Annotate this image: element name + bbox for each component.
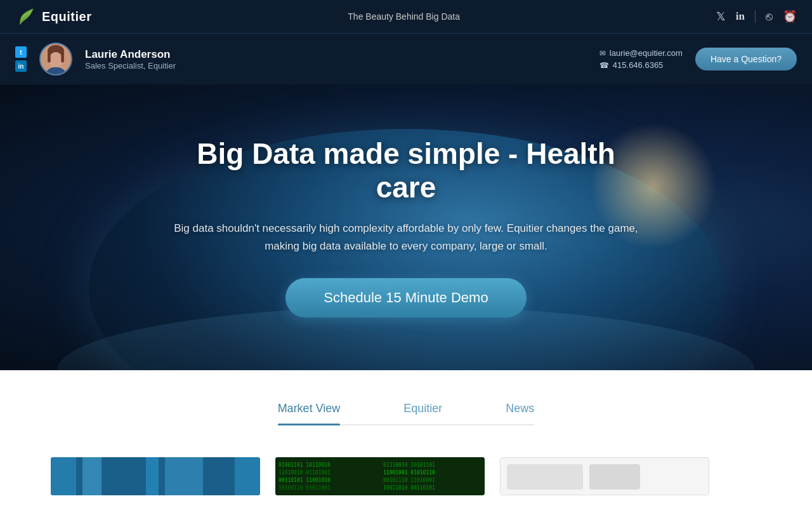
logo-text: Equitier [42,10,91,24]
card-thumb-1[interactable] [51,457,260,495]
contact-info: Laurie Anderson Sales Specialist, Equiti… [85,48,536,70]
contact-title: Sales Specialist, Equitier [85,61,536,70]
phone-icon: ☎ [599,61,609,70]
svg-text:00110101 11001010: 00110101 11001010 [278,478,331,483]
contact-details: ✉ laurie@equitier.com ☎ 415.646.6365 [599,48,683,70]
linkedin-icon[interactable]: in [736,10,745,23]
svg-rect-6 [51,457,76,495]
tagline: The Beauty Behind Big Data [91,11,716,22]
nav-icons: 𝕏 in ⎋ ⏰ [716,10,797,23]
svg-rect-23 [507,464,583,490]
linkedin-social-icon[interactable]: in [15,60,27,72]
svg-text:11001001 01010110: 11001001 01010110 [383,470,435,476]
hero-section: Big Data made simple - Health care Big d… [0,84,812,370]
leaf-icon [15,6,36,27]
demo-button[interactable]: Schedule 15 Minute Demo [285,278,526,318]
tabs-section: Market View Equitier News [0,370,812,438]
phone-text: 415.646.6365 [613,60,664,70]
svg-rect-8 [108,457,140,495]
email-detail: ✉ laurie@equitier.com [599,48,683,58]
share-icon[interactable]: ⎋ [766,10,773,23]
svg-text:01110010 10101101: 01110010 10101101 [383,462,435,468]
svg-rect-10 [165,457,203,495]
social-icons: t in [15,46,27,72]
card-thumb-3[interactable] [500,457,709,495]
svg-rect-9 [146,457,159,495]
svg-rect-3 [48,51,51,62]
svg-rect-11 [209,457,228,495]
clock-icon[interactable]: ⏰ [783,10,797,23]
hero-description: Big data shouldn't necessarily high comp… [171,220,641,255]
logo-area: Equitier [15,6,91,27]
svg-rect-12 [235,457,260,495]
svg-text:00101110 11010001: 00101110 11010001 [383,478,435,483]
phone-detail: ☎ 415.646.6365 [599,60,683,70]
svg-text:01001101 10110010: 01001101 10110010 [278,462,331,468]
svg-rect-7 [82,457,102,495]
svg-rect-24 [589,464,640,490]
svg-text:10011010 00110101: 10011010 00110101 [383,485,435,491]
contact-name: Laurie Anderson [85,48,536,61]
hero-content: Big Data made simple - Health care Big d… [159,137,653,318]
email-text: laurie@equitier.com [610,48,683,58]
tabs-container: Market View Equitier News [278,402,535,425]
email-icon: ✉ [599,49,606,58]
tab-equitier[interactable]: Equitier [403,402,442,424]
nav-divider [755,10,756,23]
question-button[interactable]: Have a Question? [695,48,797,70]
tab-news[interactable]: News [506,402,534,424]
card-thumb-2[interactable]: 01001101 10110010 11010010 01101001 0011… [275,457,485,495]
hero-title: Big Data made simple - Health care [171,137,641,204]
twitter-icon[interactable]: 𝕏 [716,10,726,23]
top-navigation: Equitier The Beauty Behind Big Data 𝕏 in… [0,0,812,33]
svg-point-2 [49,52,63,69]
avatar [39,43,72,76]
svg-text:11010010 01101001: 11010010 01101001 [278,470,331,476]
cards-preview: 01001101 10110010 11010010 01101001 0011… [0,438,812,495]
svg-text:10100110 01011001: 10100110 01011001 [278,485,331,491]
twitter-social-icon[interactable]: t [15,46,27,58]
tab-market-view[interactable]: Market View [278,402,341,424]
svg-rect-4 [61,51,64,62]
contact-bar: t in Laurie Anderson Sales Specialist, E… [0,33,812,84]
